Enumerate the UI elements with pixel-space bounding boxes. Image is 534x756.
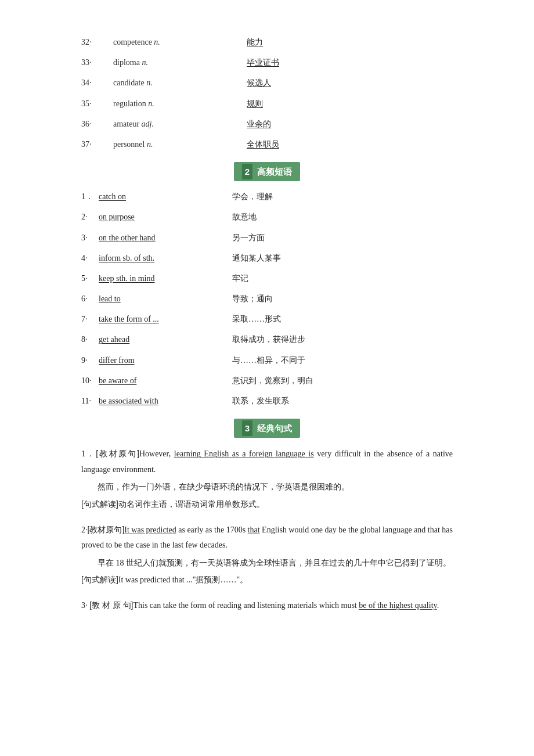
note-label-2: [句式解读]: [81, 575, 118, 584]
phrase-row: 7·take the form of ...采取……形式: [81, 312, 453, 326]
sentence-underline-2b: that: [248, 525, 260, 534]
vocab-num: 33·: [81, 55, 113, 70]
phrase-row: 2·on purpose 故意地: [81, 210, 453, 224]
sentence-underline-2a: It was predicted: [124, 525, 176, 534]
phrase-en: on the other hand: [99, 231, 232, 245]
phrase-cn: 与……相异，不同于: [232, 353, 305, 368]
phrase-row: 6·lead to导致；通向: [81, 291, 453, 306]
phrase-row: 8·get ahead取得成功，获得进步: [81, 332, 453, 347]
phrase-num: 9·: [81, 353, 99, 368]
phrase-num: 10·: [81, 373, 99, 388]
phrase-cn: 故意地: [232, 210, 257, 224]
phrase-num: 7·: [81, 312, 99, 326]
sentence-underline-1: learning English as a foreign language i…: [174, 449, 314, 458]
sentence-section: 1．[教材原句]However, learning English as a f…: [81, 446, 453, 614]
vocab-row: 34·candidate n.候选人: [81, 75, 453, 90]
phrase-num: 3·: [81, 231, 99, 245]
sentence-en-3: 3· [教 材 原 句]This can take the form of re…: [81, 597, 453, 614]
phrase-en: be aware of: [99, 373, 232, 388]
vocab-row: 33·diploma n.毕业证书: [81, 55, 453, 70]
phrase-cn: 采取……形式: [232, 312, 281, 326]
sentence-label-3: [教 材 原 句]: [89, 600, 133, 610]
phrase-row: 9·differ from与……相异，不同于: [81, 353, 453, 368]
vocab-meaning: 毕业证书: [247, 55, 279, 70]
phrase-cn: 联系，发生联系: [232, 394, 289, 408]
vocab-meaning: 业余的: [247, 117, 271, 131]
phrase-cn: 意识到，觉察到，明白: [232, 373, 313, 388]
vocab-num: 32·: [81, 35, 113, 49]
vocab-row: 32·competence n.能力: [81, 35, 453, 49]
sentence-item-1: 1．[教材原句]However, learning English as a f…: [81, 446, 453, 512]
section3-header: 3 经典句式: [81, 419, 453, 438]
vocab-meaning: 候选人: [247, 75, 271, 90]
sentence-label-2: [教材原句]: [88, 525, 125, 534]
phrase-en: differ from: [99, 353, 232, 368]
section3-badge-num: 3: [242, 420, 252, 436]
phrase-en: keep sth. in mind: [99, 271, 232, 286]
phrase-cn: 取得成功，获得进步: [232, 332, 305, 347]
phrase-en: on purpose: [99, 210, 232, 224]
vocab-word: diploma n.: [113, 55, 247, 70]
vocab-meaning: 全体职员: [247, 137, 279, 152]
section3-badge-text: 经典句式: [257, 420, 292, 436]
section3-badge: 3 经典句式: [234, 419, 300, 438]
vocab-word: competence n.: [113, 35, 247, 49]
sentence-en-1: 1．[教材原句]However, learning English as a f…: [81, 446, 453, 477]
phrase-num: 4·: [81, 251, 99, 265]
vocab-table: 32·competence n.能力33·diploma n.毕业证书34·ca…: [81, 35, 453, 152]
vocab-word: personnel n.: [113, 137, 247, 152]
sentence-cn-1: 然而，作为一门外语，在缺少母语环境的情况下，学英语是很困难的。: [81, 480, 453, 494]
section2-header: 2 高频短语: [81, 162, 453, 181]
phrase-num: 8·: [81, 332, 99, 347]
section2-badge-num: 2: [242, 164, 252, 179]
sentence-en-2: 2·[教材原句]It was predicted as early as the…: [81, 522, 453, 553]
phrase-en: be associated with: [99, 394, 232, 408]
vocab-meaning: 规则: [247, 96, 263, 111]
phrase-row: 1．catch on学会，理解: [81, 189, 453, 204]
vocab-section: 32·competence n.能力33·diploma n.毕业证书34·ca…: [81, 35, 453, 152]
vocab-num: 34·: [81, 75, 113, 90]
vocab-row: 35·regulation n.规则: [81, 96, 453, 111]
vocab-word: amateur adj.: [113, 117, 247, 131]
vocab-row: 37·personnel n.全体职员: [81, 137, 453, 152]
phrase-row: 11·be associated with联系，发生联系: [81, 394, 453, 408]
phrase-row: 4·inform sb. of sth.通知某人某事: [81, 251, 453, 265]
vocab-word: candidate n.: [113, 75, 247, 90]
vocab-word: regulation n.: [113, 96, 247, 111]
section2-badge-text: 高频短语: [257, 164, 292, 179]
sentence-item-3: 3· [教 材 原 句]This can take the form of re…: [81, 597, 453, 614]
phrase-num: 11·: [81, 394, 99, 408]
vocab-row: 36·amateur adj.业余的: [81, 117, 453, 131]
phrase-num: 2·: [81, 210, 99, 224]
sentence-cn-2: 早在 18 世纪人们就预测，有一天英语将成为全球性语言，并且在过去的几十年中它已…: [81, 556, 453, 570]
phrase-row: 3·on the other hand另一方面: [81, 231, 453, 245]
phrase-en: take the form of ...: [99, 312, 232, 326]
phrase-en: lead to: [99, 291, 232, 306]
sentence-label-1: [教材原句]: [96, 449, 139, 458]
sentence-underline-3: be of the highest quality: [359, 601, 436, 610]
phrase-cn: 学会，理解: [232, 189, 273, 204]
sentence-note-2: [句式解读]It was predicted that ..."据预测……"。: [81, 573, 453, 587]
vocab-num: 36·: [81, 117, 113, 131]
phrase-cn: 导致；通向: [232, 291, 273, 306]
vocab-num: 35·: [81, 96, 113, 111]
phrase-cn: 通知某人某事: [232, 251, 281, 265]
phrase-en: catch on: [99, 189, 232, 204]
vocab-meaning: 能力: [247, 35, 263, 49]
phrase-num: 6·: [81, 291, 99, 306]
section2-badge: 2 高频短语: [234, 162, 300, 181]
vocab-num: 37·: [81, 137, 113, 152]
phrase-row: 10·be aware of意识到，觉察到，明白: [81, 373, 453, 388]
phrase-en: inform sb. of sth.: [99, 251, 232, 265]
phrase-en: get ahead: [99, 332, 232, 347]
sentence-item-2: 2·[教材原句]It was predicted as early as the…: [81, 522, 453, 588]
phrase-cn: 牢记: [232, 271, 248, 286]
sentence-note-1: [句式解读]动名词作主语，谓语动词常用单数形式。: [81, 497, 453, 512]
phrase-cn: 另一方面: [232, 231, 265, 245]
phrase-row: 5·keep sth. in mind牢记: [81, 271, 453, 286]
phrase-table: 1．catch on学会，理解2·on purpose 故意地3·on the …: [81, 189, 453, 408]
phrase-num: 5·: [81, 271, 99, 286]
note-label-1: [句式解读]: [81, 499, 118, 509]
phrase-num: 1．: [81, 189, 99, 204]
